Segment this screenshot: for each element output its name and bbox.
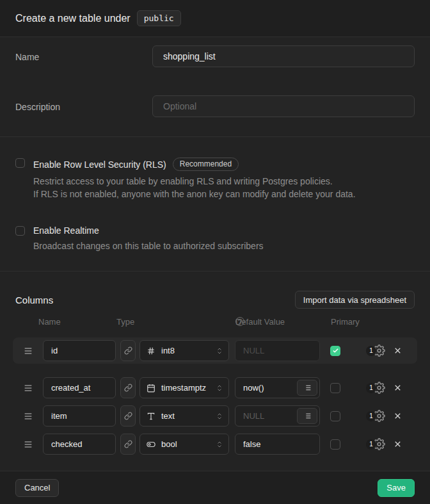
- column-name-input[interactable]: [43, 405, 116, 427]
- header-name: Name: [38, 317, 61, 327]
- default-value-cell: [235, 434, 320, 455]
- table-name-input[interactable]: [152, 45, 415, 67]
- column-settings: 1: [366, 345, 385, 357]
- description-field-row: Description: [15, 95, 415, 117]
- default-value-input[interactable]: [235, 340, 320, 361]
- foreign-key-link-icon[interactable]: [120, 377, 136, 398]
- column-name-input[interactable]: [43, 340, 116, 361]
- primary-key-checkbox[interactable]: [330, 411, 340, 421]
- primary-key-checkbox[interactable]: [330, 346, 340, 356]
- text-type-icon: [147, 412, 155, 421]
- drag-handle-icon[interactable]: [23, 411, 33, 421]
- table-description-input[interactable]: [152, 95, 415, 117]
- drag-handle-icon[interactable]: [23, 346, 33, 356]
- column-settings: 1: [366, 382, 385, 394]
- rls-label: Enable Row Level Security (RLS): [33, 159, 166, 170]
- column-type-label: timestamptz: [161, 383, 210, 393]
- realtime-texts: Enable Realtime Broadcast changes on thi…: [33, 225, 264, 252]
- settings-count-badge: 1: [366, 411, 376, 421]
- default-value-input[interactable]: [235, 434, 320, 455]
- chevrons-up-down-icon: [216, 441, 223, 448]
- recommended-badge: Recommended: [173, 158, 239, 171]
- realtime-option: Enable Realtime Broadcast changes on thi…: [15, 225, 415, 252]
- column-name-input[interactable]: [43, 377, 116, 398]
- rls-description-line2: If RLS is not enabled, anyone with the a…: [33, 188, 356, 200]
- chevrons-up-down-icon: [216, 347, 223, 355]
- column-type-label: int8: [161, 346, 210, 355]
- column-row-id: int8 1: [13, 337, 417, 364]
- drag-handle-icon[interactable]: [23, 383, 33, 393]
- dialog-header: Create a new table under public: [0, 0, 430, 37]
- column-type-label: bool: [161, 439, 210, 449]
- remove-column-icon[interactable]: [393, 411, 402, 421]
- foreign-key-link-icon[interactable]: [120, 405, 136, 427]
- columns-title: Columns: [15, 295, 53, 305]
- settings-count-badge: 1: [366, 346, 376, 356]
- column-row-created-at: timestamptz 1: [15, 377, 415, 398]
- chevrons-up-down-icon: [216, 412, 223, 420]
- column-row-checked: bool 1: [15, 434, 415, 455]
- rls-checkbox[interactable]: [15, 158, 25, 168]
- dialog-title: Create a new table under: [15, 13, 131, 24]
- schema-badge: public: [137, 10, 181, 26]
- rls-description-line1: Restrict access to your table by enablin…: [33, 175, 356, 188]
- name-field-row: Name: [15, 45, 415, 67]
- table-options-section: Enable Row Level Security (RLS) Recommen…: [0, 137, 430, 272]
- header-primary: Primary: [331, 317, 360, 327]
- columns-table-header: Name Type Default Value ? Primary: [0, 317, 430, 329]
- table-info-section: Name Description: [0, 37, 430, 137]
- suggestions-list-icon[interactable]: [297, 380, 317, 396]
- save-button[interactable]: Save: [378, 479, 415, 497]
- realtime-label: Enable Realtime: [33, 225, 99, 236]
- foreign-key-link-icon[interactable]: [120, 434, 136, 455]
- header-type: Type: [116, 317, 134, 327]
- create-table-dialog: Create a new table under public Name Des…: [0, 0, 430, 504]
- column-type-select[interactable]: bool: [139, 434, 229, 455]
- column-type-select[interactable]: timestamptz: [139, 377, 229, 398]
- calendar-icon: [147, 384, 155, 393]
- default-value-cell: [235, 340, 320, 361]
- settings-count-badge: 1: [366, 439, 376, 450]
- settings-count-badge: 1: [366, 383, 376, 393]
- drag-handle-icon[interactable]: [23, 439, 33, 450]
- primary-key-checkbox[interactable]: [330, 439, 340, 450]
- columns-rows: int8 1: [0, 329, 430, 455]
- hash-icon: [147, 346, 155, 355]
- suggestions-list-icon[interactable]: [297, 408, 317, 424]
- remove-column-icon[interactable]: [393, 346, 402, 355]
- rls-option: Enable Row Level Security (RLS) Recommen…: [15, 158, 415, 201]
- primary-key-checkbox[interactable]: [330, 383, 340, 393]
- default-value-cell: [235, 377, 320, 398]
- column-settings: 1: [366, 410, 385, 422]
- column-type-select[interactable]: text: [139, 405, 229, 427]
- description-label: Description: [15, 95, 152, 112]
- import-spreadsheet-button[interactable]: Import data via spreadsheet: [295, 291, 415, 309]
- column-row-item: text 1: [15, 405, 415, 427]
- columns-section: Columns Import data via spreadsheet Name…: [0, 272, 430, 471]
- column-type-select[interactable]: int8: [139, 340, 229, 361]
- realtime-checkbox[interactable]: [15, 226, 25, 236]
- rls-texts: Enable Row Level Security (RLS) Recommen…: [33, 158, 356, 201]
- column-settings: 1: [366, 438, 385, 450]
- dialog-footer: Cancel Save: [0, 471, 430, 504]
- default-value-help-icon[interactable]: ?: [235, 317, 244, 326]
- remove-column-icon[interactable]: [393, 439, 402, 449]
- column-type-label: text: [161, 411, 210, 421]
- column-name-input[interactable]: [43, 434, 116, 455]
- remove-column-icon[interactable]: [393, 383, 402, 393]
- toggle-icon: [147, 440, 155, 449]
- chevrons-up-down-icon: [216, 384, 223, 392]
- realtime-description: Broadcast changes on this table to autho…: [33, 240, 264, 252]
- foreign-key-link-icon[interactable]: [120, 340, 136, 361]
- default-value-cell: [235, 405, 320, 427]
- name-label: Name: [15, 45, 152, 62]
- cancel-button[interactable]: Cancel: [15, 479, 59, 497]
